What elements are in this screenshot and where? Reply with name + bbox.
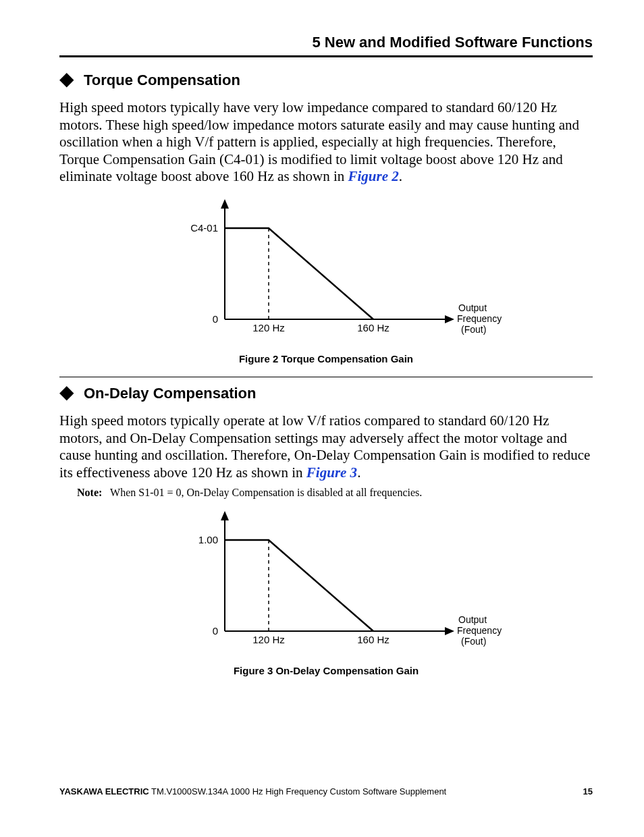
paragraph-text-post: . [399, 168, 402, 184]
y-top-label: 1.00 [198, 534, 218, 545]
origin-label: 0 [213, 625, 218, 637]
y-top-label: C4-01 [190, 222, 218, 234]
section2-paragraph: High speed motors typically operate at l… [59, 412, 593, 481]
section-title: Torque Compensation [84, 72, 240, 89]
x-tick-120: 120 Hz [252, 634, 285, 645]
x-axis-label-line1: Output [458, 614, 487, 625]
running-header: 5 New and Modified Software Functions [59, 34, 593, 57]
figure-reference-link[interactable]: Figure 2 [348, 168, 399, 184]
svg-marker-1 [221, 199, 229, 209]
paragraph-text-pre: High speed motors typically have very lo… [59, 99, 579, 184]
note-text: When S1-01 = 0, On-Delay Compensation is… [110, 487, 422, 498]
x-axis-label-line2: Frequency [457, 313, 502, 324]
figure-3-caption: Figure 3 On-Delay Compensation Gain [59, 665, 593, 676]
x-axis-label-line1: Output [458, 302, 487, 313]
footer-page-number: 15 [583, 786, 593, 796]
note: Note: When S1-01 = 0, On-Delay Compensat… [77, 487, 593, 499]
x-tick-160: 160 Hz [357, 322, 390, 333]
page-footer: YASKAWA ELECTRIC TM.V1000SW.134A 1000 Hz… [59, 786, 593, 796]
figure-2-caption: Figure 2 Torque Compensation Gain [59, 353, 593, 364]
footer-left: YASKAWA ELECTRIC TM.V1000SW.134A 1000 Hz… [59, 786, 446, 796]
diamond-bullet-icon: ◆ [59, 383, 74, 402]
figure-2: C4-01 0 120 Hz 160 Hz Output Frequency (… [59, 191, 593, 349]
x-tick-120: 120 Hz [252, 322, 285, 333]
footer-doc: TM.V1000SW.134A 1000 Hz High Frequency C… [149, 786, 447, 796]
svg-marker-6 [221, 511, 229, 520]
figure-3: 1.00 0 120 Hz 160 Hz Output Frequency (F… [59, 503, 593, 661]
origin-label: 0 [213, 313, 218, 325]
x-axis-label-line3: (Fout) [461, 324, 486, 335]
diamond-bullet-icon: ◆ [59, 70, 74, 88]
svg-marker-3 [445, 315, 454, 323]
section-on-delay-compensation: ◆ On-Delay Compensation High speed motor… [59, 384, 593, 676]
section-torque-compensation: ◆ Torque Compensation High speed motors … [59, 71, 593, 377]
x-tick-160: 160 Hz [357, 634, 390, 645]
x-axis-label-line2: Frequency [457, 625, 502, 636]
figure-reference-link[interactable]: Figure 3 [306, 464, 357, 481]
footer-brand: YASKAWA ELECTRIC [59, 786, 149, 796]
paragraph-text-post: . [357, 464, 360, 481]
svg-marker-8 [445, 627, 454, 635]
note-label: Note: [77, 487, 102, 498]
section-title: On-Delay Compensation [84, 385, 256, 402]
x-axis-label-line3: (Fout) [461, 636, 486, 647]
section1-paragraph: High speed motors typically have very lo… [59, 99, 593, 186]
